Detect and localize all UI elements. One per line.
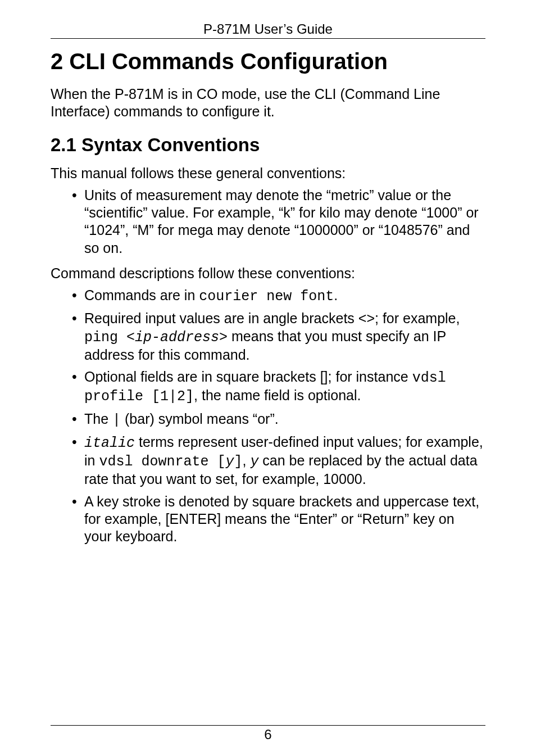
general-conventions-list: Units of measurement may denote the “met… bbox=[51, 187, 485, 257]
list-item: A key stroke is denoted by square bracke… bbox=[72, 493, 485, 546]
header-rule bbox=[51, 38, 485, 39]
code: vdsl downrate [ bbox=[99, 454, 225, 470]
page-footer: 6 bbox=[51, 725, 485, 743]
text: (bar) symbol means “or”. bbox=[121, 411, 279, 427]
list-item: Units of measurement may denote the “met… bbox=[72, 187, 485, 257]
code: courier new font bbox=[199, 288, 334, 305]
code-italic: y bbox=[250, 454, 258, 470]
text: The bbox=[84, 411, 112, 427]
footer-rule bbox=[51, 725, 485, 726]
code: ping < bbox=[84, 329, 135, 346]
list-item: Commands are in courier new font. bbox=[72, 287, 485, 305]
section-para-1: This manual follows these general conven… bbox=[51, 165, 485, 182]
section-title: 2.1 Syntax Conventions bbox=[51, 134, 485, 156]
text: . bbox=[334, 287, 338, 303]
list-item: italic terms represent user-defined inpu… bbox=[72, 433, 485, 488]
code: ] bbox=[234, 454, 242, 470]
text: Commands are in bbox=[84, 287, 199, 303]
text: , bbox=[242, 452, 250, 468]
text: Required input values are in angle brack… bbox=[84, 310, 460, 326]
text: , the name field is optional. bbox=[194, 387, 361, 403]
list-item: The | (bar) symbol means “or”. bbox=[72, 410, 485, 429]
command-conventions-list: Commands are in courier new font. Requir… bbox=[51, 287, 485, 545]
chapter-intro: When the P-871M is in CO mode, use the C… bbox=[51, 85, 485, 121]
code: > bbox=[219, 329, 228, 346]
section-para-2: Command descriptions follow these conven… bbox=[51, 265, 485, 282]
list-item: Required input values are in angle brack… bbox=[72, 310, 485, 364]
page-container: P-871M User’s Guide 2 CLI Commands Confi… bbox=[0, 0, 536, 756]
text: Optional fields are in square brackets [… bbox=[84, 369, 412, 384]
code-italic: ip-address bbox=[135, 329, 219, 346]
list-item: Optional fields are in square brackets [… bbox=[72, 368, 485, 406]
page-number: 6 bbox=[51, 727, 485, 743]
code-italic: italic bbox=[84, 435, 135, 451]
running-head: P-871M User’s Guide bbox=[51, 21, 485, 37]
chapter-title: 2 CLI Commands Configuration bbox=[51, 49, 485, 74]
code-italic: y bbox=[225, 454, 234, 470]
code: | bbox=[112, 412, 121, 428]
